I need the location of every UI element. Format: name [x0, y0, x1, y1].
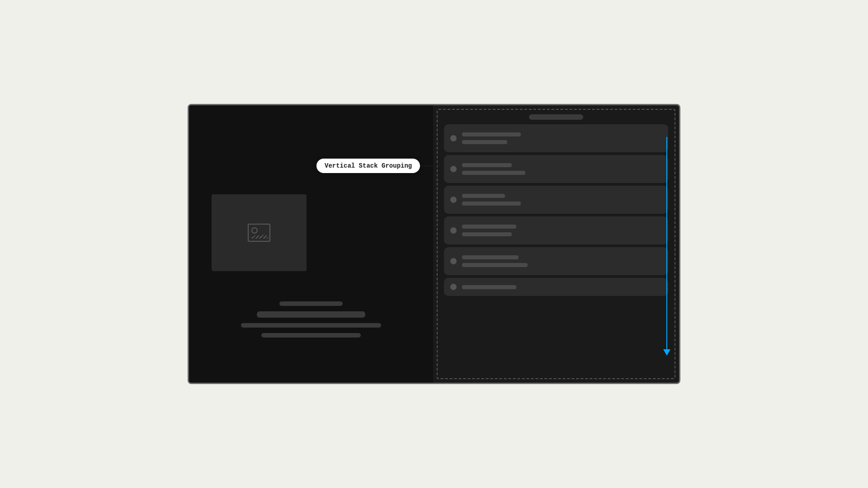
list-item-line-top-3: [462, 194, 505, 198]
left-text-lines: [212, 301, 410, 338]
list-item-line-bottom-2: [462, 171, 525, 175]
arrow-line: [666, 137, 667, 349]
list-item-content-5: [462, 255, 662, 267]
main-frame: Vertical Stack Grouping: [188, 104, 680, 384]
list-item-line-top-6: [462, 285, 516, 289]
list-item-line-bottom-4: [462, 232, 512, 236]
list-item-content-2: [462, 163, 662, 175]
list-item-line-top-1: [462, 132, 521, 136]
list-item-line-bottom-5: [462, 263, 528, 267]
image-icon: [248, 224, 270, 242]
list-item-dot-6: [450, 284, 457, 290]
list-item-line-bottom-3: [462, 202, 521, 206]
list-item-1[interactable]: [444, 124, 668, 152]
list-item-dot-3: [450, 197, 457, 203]
list-item-line-top-5: [462, 255, 519, 259]
list-item-5[interactable]: [444, 247, 668, 275]
text-line-2: [257, 311, 365, 318]
top-bar-pill: [529, 114, 583, 120]
top-bar: [444, 113, 668, 122]
vertical-arrow: [666, 137, 667, 356]
list-item-content-4: [462, 225, 662, 236]
list-item-content-1: [462, 132, 662, 144]
list-item-dot-2: [450, 166, 457, 172]
text-line-4: [261, 333, 361, 338]
image-placeholder: [212, 194, 307, 271]
text-line-3: [241, 323, 381, 328]
list-item-dot-1: [450, 135, 457, 141]
list-item-3[interactable]: [444, 186, 668, 214]
list-item-6-partial: [444, 278, 668, 296]
tooltip-dot: [434, 164, 437, 168]
list-item-4[interactable]: [444, 216, 668, 244]
right-panel: [437, 109, 675, 379]
list-item-content-3: [462, 194, 662, 206]
list-item-line-top-2: [462, 163, 512, 167]
list-item-dot-5: [450, 258, 457, 264]
arrow-head: [663, 349, 670, 356]
list-item-line-top-4: [462, 225, 516, 229]
tooltip-label: Vertical Stack Grouping: [325, 162, 412, 169]
list-item-content-6: [462, 285, 662, 289]
text-line-1: [279, 301, 343, 306]
list-item-line-bottom-1: [462, 140, 507, 144]
list-item-dot-4: [450, 227, 457, 234]
tooltip: Vertical Stack Grouping: [316, 159, 420, 173]
list-item-2[interactable]: [444, 155, 668, 183]
left-panel: Vertical Stack Grouping: [189, 105, 433, 383]
